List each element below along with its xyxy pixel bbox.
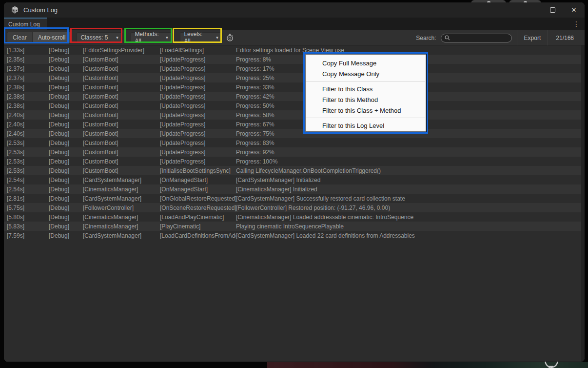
log-cell-time: [1.33s] bbox=[7, 47, 49, 54]
tab-label: Custom Log bbox=[8, 21, 40, 28]
log-cell-time: [7.59s] bbox=[7, 232, 49, 239]
close-button[interactable]: ✕ bbox=[563, 2, 585, 18]
log-cell-method: [UpdateProgress] bbox=[160, 65, 236, 72]
log-cell-class: [CustomBoot] bbox=[83, 121, 160, 128]
log-row[interactable]: [1.33s][Debug][EditorSettingsProvider][L… bbox=[4, 45, 581, 55]
chevron-down-icon: ▼ bbox=[215, 36, 219, 40]
log-row[interactable]: [5.75s][Debug][FollowerController][OnSce… bbox=[4, 203, 581, 212]
log-row[interactable]: [2.53s][Debug][CustomBoot][InitialiseBoo… bbox=[4, 166, 581, 175]
log-cell-method: [UpdateProgress] bbox=[160, 112, 236, 119]
log-cell-level: [Debug] bbox=[49, 223, 83, 230]
log-cell-level: [Debug] bbox=[49, 195, 83, 202]
log-row[interactable]: [2.81s][Debug][CardSystemManager][OnGlob… bbox=[4, 194, 581, 203]
log-cell-time: [2.81s] bbox=[7, 195, 49, 202]
export-button[interactable]: Export bbox=[517, 30, 548, 45]
minimize-button[interactable] bbox=[520, 2, 542, 18]
log-row[interactable]: [5.80s][Debug][CinematicsManager][LoadAn… bbox=[4, 212, 581, 222]
log-row[interactable]: [2.54s][Debug][CinematicsManager][OnMana… bbox=[4, 184, 581, 194]
scrollbar-gutter[interactable] bbox=[581, 45, 585, 362]
log-cell-method: [OnGlobalRestoreRequested] bbox=[160, 195, 236, 202]
autoscroll-toggle[interactable]: Auto-scroll bbox=[32, 32, 71, 43]
log-cell-class: [CustomBoot] bbox=[83, 167, 160, 174]
menu-separator bbox=[306, 118, 425, 118]
maximize-button[interactable] bbox=[542, 2, 563, 18]
log-row[interactable]: [2.40s][Debug][CustomBoot][UpdateProgres… bbox=[4, 120, 581, 129]
log-cell-class: [CustomBoot] bbox=[83, 112, 160, 119]
log-row[interactable]: [2.38s][Debug][CustomBoot][UpdateProgres… bbox=[4, 82, 581, 92]
log-cell-time: [2.54s] bbox=[7, 186, 49, 193]
log-cell-message: [FollowerController] Restored position: … bbox=[236, 204, 581, 211]
log-cell-time: [2.53s] bbox=[7, 158, 49, 165]
log-cell-method: [UpdateProgress] bbox=[160, 93, 236, 100]
log-cell-time: [2.53s] bbox=[7, 167, 49, 174]
menu-item-filter-to-this-log-level[interactable]: Filter to this Log Level bbox=[306, 120, 426, 131]
log-cell-level: [Debug] bbox=[49, 121, 83, 128]
log-row[interactable]: [2.40s][Debug][CustomBoot][UpdateProgres… bbox=[4, 129, 581, 138]
log-row[interactable]: [2.40s][Debug][CustomBoot][UpdateProgres… bbox=[4, 110, 581, 120]
log-row[interactable]: [2.54s][Debug][CardSystemManager][OnMana… bbox=[4, 175, 581, 184]
log-cell-method: [UpdateProgress] bbox=[160, 149, 236, 156]
log-cell-method: [LoadAndPlayCinematic] bbox=[160, 214, 236, 221]
log-cell-class: [CardSystemManager] bbox=[83, 177, 160, 184]
log-row[interactable]: [2.53s][Debug][CustomBoot][UpdateProgres… bbox=[4, 138, 581, 147]
log-cell-time: [2.38s] bbox=[7, 102, 49, 109]
log-row[interactable]: [5.83s][Debug][CinematicsManager][PlayCi… bbox=[4, 222, 581, 231]
search-input[interactable] bbox=[441, 34, 512, 42]
levels-dropdown-label: Levels: All bbox=[184, 31, 209, 44]
levels-dropdown[interactable]: Levels: All ▼ bbox=[180, 32, 223, 43]
log-cell-method: [PlayCinematic] bbox=[160, 223, 236, 230]
menu-separator bbox=[306, 81, 425, 82]
log-row[interactable]: [2.53s][Debug][CustomBoot][UpdateProgres… bbox=[4, 157, 581, 166]
log-cell-class: [CustomBoot] bbox=[83, 75, 160, 82]
log-cell-level: [Debug] bbox=[49, 232, 83, 239]
toolbar: Clear Auto-scroll Classes: 5 ▼ Methods: … bbox=[4, 30, 585, 45]
classes-dropdown-label: Classes: 5 bbox=[80, 34, 108, 41]
log-cell-level: [Debug] bbox=[49, 47, 83, 54]
log-row[interactable]: [7.59s][Debug][CardSystemManager][LoadCa… bbox=[4, 231, 581, 240]
menu-item-copy-full-message[interactable]: Copy Full Message bbox=[306, 58, 426, 68]
background-photo-strip bbox=[267, 362, 588, 368]
log-row[interactable]: [2.53s][Debug][CustomBoot][UpdateProgres… bbox=[4, 147, 581, 157]
clear-button[interactable]: Clear bbox=[7, 32, 32, 43]
log-row[interactable]: [2.37s][Debug][CustomBoot][UpdateProgres… bbox=[4, 73, 581, 82]
log-row[interactable]: [2.38s][Debug][CustomBoot][UpdateProgres… bbox=[4, 101, 581, 110]
classes-dropdown[interactable]: Classes: 5 ▼ bbox=[77, 32, 123, 43]
log-cell-level: [Debug] bbox=[49, 177, 83, 184]
stopwatch-icon[interactable] bbox=[226, 33, 235, 42]
log-cell-time: [5.75s] bbox=[7, 204, 49, 211]
titlebar[interactable]: Custom Log ✕ bbox=[4, 2, 585, 18]
log-cell-level: [Debug] bbox=[49, 214, 83, 221]
menu-item-copy-message-only[interactable]: Copy Message Only bbox=[306, 68, 426, 79]
log-cell-time: [2.53s] bbox=[7, 149, 49, 156]
log-cell-method: [LoadAllSettings] bbox=[160, 47, 236, 54]
menu-item-filter-to-this-class[interactable]: Filter to this Class bbox=[306, 83, 426, 94]
methods-dropdown-label: Methods: All bbox=[135, 31, 159, 44]
window-controls: ✕ bbox=[520, 2, 585, 18]
log-cell-class: [CardSystemManager] bbox=[83, 195, 160, 202]
menu-item-filter-to-this-class-method[interactable]: Filter to this Class + Method bbox=[306, 105, 426, 116]
filtered-count: 21/166 bbox=[548, 30, 582, 45]
log-list[interactable]: [1.33s][Debug][EditorSettingsProvider][L… bbox=[4, 45, 585, 362]
log-row[interactable]: [2.35s][Debug][CustomBoot][UpdateProgres… bbox=[4, 55, 581, 64]
log-cell-class: [FollowerController] bbox=[83, 204, 160, 211]
log-cell-message: Calling LifecycleManager.OnBootCompletio… bbox=[236, 167, 581, 174]
menu-item-filter-to-this-method[interactable]: Filter to this Method bbox=[306, 94, 426, 105]
log-row[interactable]: [2.38s][Debug][CustomBoot][UpdateProgres… bbox=[4, 92, 581, 101]
log-cell-message: [CardSystemManager] Successfully restore… bbox=[236, 195, 581, 202]
log-cell-time: [2.40s] bbox=[7, 121, 49, 128]
kebab-menu-icon[interactable]: ⋮ bbox=[572, 19, 581, 29]
log-cell-class: [CinematicsManager] bbox=[83, 214, 160, 221]
log-cell-method: [OnManagedStart] bbox=[160, 186, 236, 193]
tab-custom-log[interactable]: Custom Log bbox=[4, 18, 47, 30]
log-cell-message: [CardSystemManager] Initialized bbox=[236, 177, 581, 184]
log-cell-level: [Debug] bbox=[49, 140, 83, 146]
log-row[interactable]: [2.37s][Debug][CustomBoot][UpdateProgres… bbox=[4, 64, 581, 73]
chevron-down-icon: ▼ bbox=[115, 36, 119, 40]
log-cell-time: [2.40s] bbox=[7, 130, 49, 137]
methods-dropdown[interactable]: Methods: All ▼ bbox=[131, 32, 173, 43]
log-cell-time: [2.37s] bbox=[7, 65, 49, 72]
log-cell-level: [Debug] bbox=[49, 93, 83, 100]
log-cell-message: Playing cinematic IntroSequencePlayable bbox=[236, 223, 581, 230]
window-title: Custom Log bbox=[23, 6, 58, 14]
log-cell-method: [UpdateProgress] bbox=[160, 140, 236, 146]
